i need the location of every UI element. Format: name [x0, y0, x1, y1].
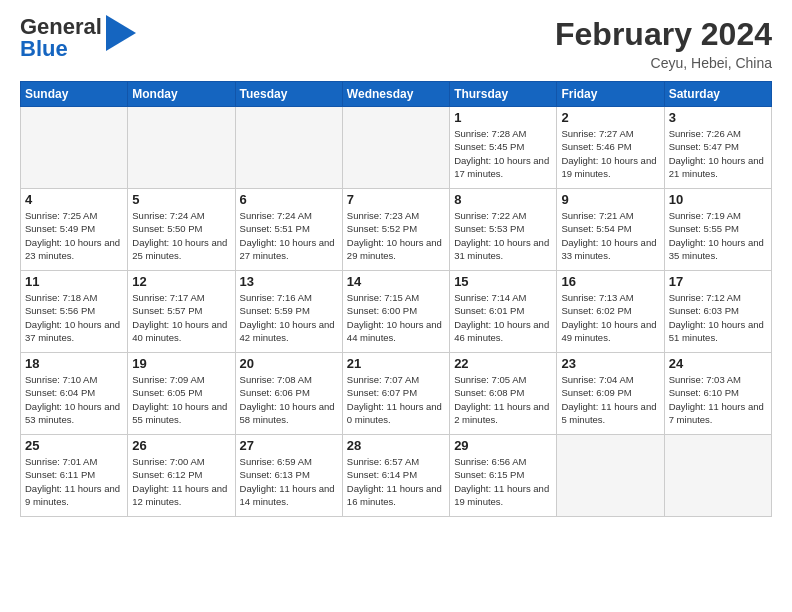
calendar-cell: 13Sunrise: 7:16 AM Sunset: 5:59 PM Dayli… [235, 271, 342, 353]
day-info: Sunrise: 7:01 AM Sunset: 6:11 PM Dayligh… [25, 455, 123, 508]
calendar-cell: 22Sunrise: 7:05 AM Sunset: 6:08 PM Dayli… [450, 353, 557, 435]
day-number: 2 [561, 110, 659, 125]
day-number: 12 [132, 274, 230, 289]
calendar-cell: 9Sunrise: 7:21 AM Sunset: 5:54 PM Daylig… [557, 189, 664, 271]
day-number: 3 [669, 110, 767, 125]
day-number: 19 [132, 356, 230, 371]
calendar-cell: 15Sunrise: 7:14 AM Sunset: 6:01 PM Dayli… [450, 271, 557, 353]
calendar-cell: 29Sunrise: 6:56 AM Sunset: 6:15 PM Dayli… [450, 435, 557, 517]
logo-blue: Blue [20, 36, 68, 61]
day-number: 20 [240, 356, 338, 371]
day-number: 27 [240, 438, 338, 453]
day-number: 23 [561, 356, 659, 371]
day-number: 16 [561, 274, 659, 289]
day-info: Sunrise: 7:10 AM Sunset: 6:04 PM Dayligh… [25, 373, 123, 426]
day-info: Sunrise: 7:19 AM Sunset: 5:55 PM Dayligh… [669, 209, 767, 262]
day-info: Sunrise: 7:12 AM Sunset: 6:03 PM Dayligh… [669, 291, 767, 344]
calendar-cell: 25Sunrise: 7:01 AM Sunset: 6:11 PM Dayli… [21, 435, 128, 517]
calendar-cell [235, 107, 342, 189]
calendar-cell: 26Sunrise: 7:00 AM Sunset: 6:12 PM Dayli… [128, 435, 235, 517]
page: General Blue February 2024 Ceyu, Hebei, … [0, 0, 792, 527]
day-number: 18 [25, 356, 123, 371]
calendar-cell: 14Sunrise: 7:15 AM Sunset: 6:00 PM Dayli… [342, 271, 449, 353]
month-year: February 2024 [555, 16, 772, 53]
calendar-cell: 2Sunrise: 7:27 AM Sunset: 5:46 PM Daylig… [557, 107, 664, 189]
calendar-cell: 16Sunrise: 7:13 AM Sunset: 6:02 PM Dayli… [557, 271, 664, 353]
calendar-cell: 10Sunrise: 7:19 AM Sunset: 5:55 PM Dayli… [664, 189, 771, 271]
day-info: Sunrise: 6:59 AM Sunset: 6:13 PM Dayligh… [240, 455, 338, 508]
day-number: 28 [347, 438, 445, 453]
calendar-cell [557, 435, 664, 517]
day-number: 11 [25, 274, 123, 289]
day-info: Sunrise: 7:28 AM Sunset: 5:45 PM Dayligh… [454, 127, 552, 180]
day-number: 24 [669, 356, 767, 371]
day-info: Sunrise: 7:07 AM Sunset: 6:07 PM Dayligh… [347, 373, 445, 426]
weekday-header-row: Sunday Monday Tuesday Wednesday Thursday… [21, 82, 772, 107]
calendar-cell [664, 435, 771, 517]
day-info: Sunrise: 7:22 AM Sunset: 5:53 PM Dayligh… [454, 209, 552, 262]
calendar-week-row: 4Sunrise: 7:25 AM Sunset: 5:49 PM Daylig… [21, 189, 772, 271]
calendar-cell: 12Sunrise: 7:17 AM Sunset: 5:57 PM Dayli… [128, 271, 235, 353]
header: General Blue February 2024 Ceyu, Hebei, … [20, 16, 772, 71]
calendar-week-row: 18Sunrise: 7:10 AM Sunset: 6:04 PM Dayli… [21, 353, 772, 435]
calendar-cell: 19Sunrise: 7:09 AM Sunset: 6:05 PM Dayli… [128, 353, 235, 435]
calendar-cell: 24Sunrise: 7:03 AM Sunset: 6:10 PM Dayli… [664, 353, 771, 435]
day-number: 5 [132, 192, 230, 207]
calendar-cell: 8Sunrise: 7:22 AM Sunset: 5:53 PM Daylig… [450, 189, 557, 271]
day-info: Sunrise: 6:57 AM Sunset: 6:14 PM Dayligh… [347, 455, 445, 508]
calendar-cell [128, 107, 235, 189]
day-number: 8 [454, 192, 552, 207]
day-number: 29 [454, 438, 552, 453]
calendar-cell: 5Sunrise: 7:24 AM Sunset: 5:50 PM Daylig… [128, 189, 235, 271]
th-wednesday: Wednesday [342, 82, 449, 107]
day-number: 6 [240, 192, 338, 207]
day-info: Sunrise: 7:23 AM Sunset: 5:52 PM Dayligh… [347, 209, 445, 262]
calendar-cell: 4Sunrise: 7:25 AM Sunset: 5:49 PM Daylig… [21, 189, 128, 271]
title-block: February 2024 Ceyu, Hebei, China [555, 16, 772, 71]
calendar-week-row: 11Sunrise: 7:18 AM Sunset: 5:56 PM Dayli… [21, 271, 772, 353]
calendar-cell: 7Sunrise: 7:23 AM Sunset: 5:52 PM Daylig… [342, 189, 449, 271]
calendar-cell: 6Sunrise: 7:24 AM Sunset: 5:51 PM Daylig… [235, 189, 342, 271]
calendar-cell [342, 107, 449, 189]
day-info: Sunrise: 7:24 AM Sunset: 5:51 PM Dayligh… [240, 209, 338, 262]
calendar-cell: 28Sunrise: 6:57 AM Sunset: 6:14 PM Dayli… [342, 435, 449, 517]
day-info: Sunrise: 6:56 AM Sunset: 6:15 PM Dayligh… [454, 455, 552, 508]
day-info: Sunrise: 7:27 AM Sunset: 5:46 PM Dayligh… [561, 127, 659, 180]
calendar-cell: 23Sunrise: 7:04 AM Sunset: 6:09 PM Dayli… [557, 353, 664, 435]
day-info: Sunrise: 7:05 AM Sunset: 6:08 PM Dayligh… [454, 373, 552, 426]
day-info: Sunrise: 7:08 AM Sunset: 6:06 PM Dayligh… [240, 373, 338, 426]
calendar-cell: 17Sunrise: 7:12 AM Sunset: 6:03 PM Dayli… [664, 271, 771, 353]
th-friday: Friday [557, 82, 664, 107]
calendar-week-row: 25Sunrise: 7:01 AM Sunset: 6:11 PM Dayli… [21, 435, 772, 517]
day-info: Sunrise: 7:03 AM Sunset: 6:10 PM Dayligh… [669, 373, 767, 426]
day-info: Sunrise: 7:24 AM Sunset: 5:50 PM Dayligh… [132, 209, 230, 262]
day-info: Sunrise: 7:26 AM Sunset: 5:47 PM Dayligh… [669, 127, 767, 180]
day-info: Sunrise: 7:21 AM Sunset: 5:54 PM Dayligh… [561, 209, 659, 262]
day-info: Sunrise: 7:15 AM Sunset: 6:00 PM Dayligh… [347, 291, 445, 344]
calendar-cell: 3Sunrise: 7:26 AM Sunset: 5:47 PM Daylig… [664, 107, 771, 189]
day-number: 1 [454, 110, 552, 125]
day-number: 17 [669, 274, 767, 289]
th-sunday: Sunday [21, 82, 128, 107]
calendar-cell: 18Sunrise: 7:10 AM Sunset: 6:04 PM Dayli… [21, 353, 128, 435]
calendar-cell [21, 107, 128, 189]
calendar-week-row: 1Sunrise: 7:28 AM Sunset: 5:45 PM Daylig… [21, 107, 772, 189]
day-number: 14 [347, 274, 445, 289]
th-saturday: Saturday [664, 82, 771, 107]
day-info: Sunrise: 7:00 AM Sunset: 6:12 PM Dayligh… [132, 455, 230, 508]
calendar-cell: 21Sunrise: 7:07 AM Sunset: 6:07 PM Dayli… [342, 353, 449, 435]
day-number: 26 [132, 438, 230, 453]
location: Ceyu, Hebei, China [555, 55, 772, 71]
day-info: Sunrise: 7:16 AM Sunset: 5:59 PM Dayligh… [240, 291, 338, 344]
svg-marker-0 [106, 15, 136, 51]
th-monday: Monday [128, 82, 235, 107]
day-number: 25 [25, 438, 123, 453]
day-number: 21 [347, 356, 445, 371]
day-number: 10 [669, 192, 767, 207]
calendar-cell: 20Sunrise: 7:08 AM Sunset: 6:06 PM Dayli… [235, 353, 342, 435]
day-number: 22 [454, 356, 552, 371]
th-thursday: Thursday [450, 82, 557, 107]
day-info: Sunrise: 7:17 AM Sunset: 5:57 PM Dayligh… [132, 291, 230, 344]
day-number: 15 [454, 274, 552, 289]
logo-text: General Blue [20, 16, 102, 60]
